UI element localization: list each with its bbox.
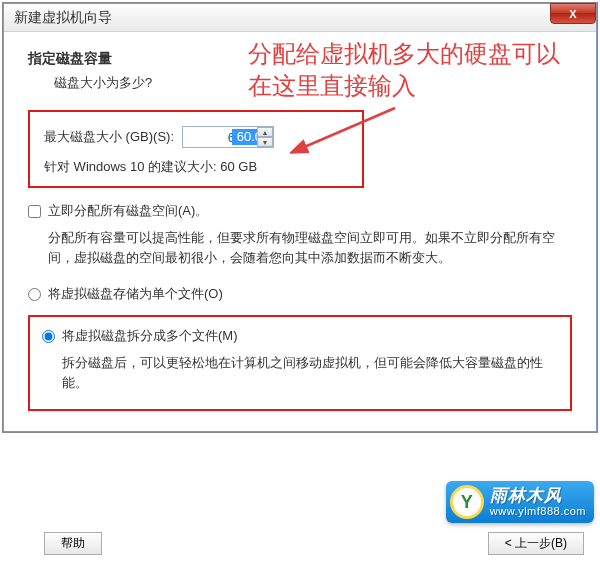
recommended-size-text: 针对 Windows 10 的建议大小: 60 GB xyxy=(44,158,348,176)
store-single-label: 将虚拟磁盘存储为单个文件(O) xyxy=(48,285,223,303)
spinner-down-button[interactable]: ▼ xyxy=(257,137,273,147)
close-icon: X xyxy=(569,8,576,20)
allocate-now-checkbox[interactable] xyxy=(28,205,41,218)
store-single-radio[interactable] xyxy=(28,288,41,301)
titlebar: 新建虚拟机向导 X xyxy=(4,4,596,32)
window-title: 新建虚拟机向导 xyxy=(14,9,112,27)
store-multi-desc: 拆分磁盘后，可以更轻松地在计算机之间移动虚拟机，但可能会降低大容量磁盘的性能。 xyxy=(62,353,558,393)
watermark-url: www.ylmf888.com xyxy=(490,505,586,517)
annotation-text: 分配给虚拟机多大的硬盘可以在这里直接输入 xyxy=(244,36,586,105)
help-button[interactable]: 帮助 xyxy=(44,532,102,555)
allocate-now-label: 立即分配所有磁盘空间(A)。 xyxy=(48,202,208,220)
highlight-box-split-files: 将虚拟磁盘拆分成多个文件(M) 拆分磁盘后，可以更轻松地在计算机之间移动虚拟机，… xyxy=(28,315,572,411)
watermark-logo-icon: Y xyxy=(450,485,484,519)
watermark-brand: 雨林木风 xyxy=(490,487,586,506)
back-button[interactable]: < 上一步(B) xyxy=(488,532,584,555)
spinner: ▲ ▼ xyxy=(257,127,273,147)
store-multi-label: 将虚拟磁盘拆分成多个文件(M) xyxy=(62,327,238,345)
watermark: Y 雨林木风 www.ylmf888.com xyxy=(446,481,594,523)
store-multi-radio[interactable] xyxy=(42,330,55,343)
close-button[interactable]: X xyxy=(550,3,596,24)
highlight-box-disk-size: 最大磁盘大小 (GB)(S): 60.0 ▲ ▼ 针对 Windows 10 的… xyxy=(28,110,364,188)
max-disk-label: 最大磁盘大小 (GB)(S): xyxy=(44,128,174,146)
spinner-up-button[interactable]: ▲ xyxy=(257,127,273,137)
allocate-now-desc: 分配所有容量可以提高性能，但要求所有物理磁盘空间立即可用。如果不立即分配所有空间… xyxy=(48,228,572,267)
